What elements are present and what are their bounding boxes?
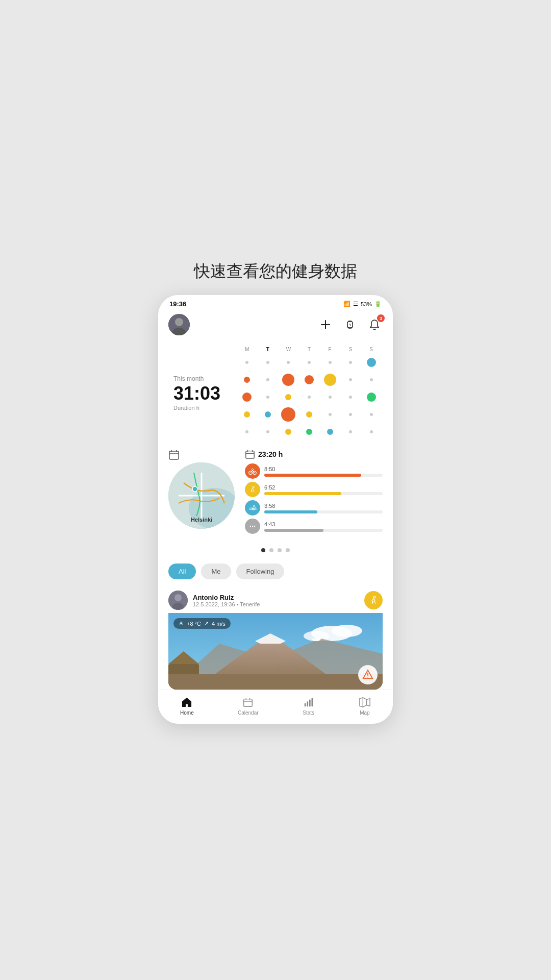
add-button[interactable] [317, 316, 334, 333]
svg-point-32 [254, 526, 255, 527]
svg-point-29 [254, 505, 255, 507]
day-f: F [323, 347, 337, 352]
nav-home-label: Home [180, 710, 194, 716]
post-card: Antonio Ruiz 12.5.2022, 19:36 • Tenerife [168, 585, 383, 690]
svg-marker-59 [360, 698, 370, 707]
day-t1: T [261, 347, 275, 352]
status-time: 19:36 [169, 300, 186, 308]
svg-point-30 [250, 526, 251, 527]
post-avatar[interactable] [168, 591, 188, 610]
avatar[interactable] [168, 314, 190, 335]
dot-row-2 [236, 373, 383, 387]
nav-map[interactable]: Map [354, 695, 376, 717]
svg-point-36 [373, 596, 375, 598]
map-city-label: Helsinki [191, 517, 212, 523]
page-headline: 快速查看您的健身数据 [194, 260, 357, 283]
stats-icon [303, 696, 315, 708]
svg-rect-58 [311, 698, 313, 707]
dot-row-3 [236, 390, 383, 404]
stats-card: 23:20 h [245, 449, 383, 534]
post-image: ☀ +8 °C ↗ 4 m/s [168, 613, 383, 690]
map-calendar-icon [168, 449, 181, 461]
notification-button[interactable]: 3 [366, 316, 383, 333]
wind-icon: ↗ [204, 620, 209, 627]
page-wrapper: 快速查看您的健身数据 19:36 📶 ☲ 53% 🔋 [138, 245, 413, 735]
post-user: Antonio Ruiz 12.5.2022, 19:36 • Tenerife [168, 591, 260, 610]
bottom-nav: Home Calendar [158, 690, 393, 724]
svg-rect-10 [169, 451, 179, 459]
post-user-info: Antonio Ruiz 12.5.2022, 19:36 • Tenerife [193, 594, 260, 607]
status-bar: 19:36 📶 ☲ 53% 🔋 [158, 295, 393, 311]
carousel-dot-2[interactable] [269, 548, 273, 552]
svg-rect-57 [309, 700, 311, 707]
day-s2: S [364, 347, 379, 352]
cycling-icon [245, 463, 260, 479]
day-s1: S [343, 347, 358, 352]
activity-row-running: 6:52 [245, 482, 383, 497]
map-icon [359, 696, 371, 708]
other-time: 4:43 [264, 521, 383, 527]
svg-point-31 [252, 526, 253, 527]
other-icon [245, 519, 260, 534]
svg-rect-20 [246, 451, 254, 459]
wifi-icon: 📶 [343, 301, 350, 307]
dot-grid: M T W T F S S [236, 347, 383, 439]
map-circle: Helsinki [168, 462, 235, 529]
nav-stats[interactable]: Stats [297, 695, 320, 717]
carousel-dots [168, 541, 383, 559]
stat-label: This month [173, 375, 230, 382]
phone-frame: 19:36 📶 ☲ 53% 🔋 [158, 295, 393, 724]
svg-point-50 [367, 677, 368, 678]
post-sport-icon [364, 591, 383, 609]
day-w: W [281, 347, 295, 352]
map-card: Helsinki [168, 449, 240, 534]
activity-section: Helsinki 23:20 h [168, 444, 383, 541]
cycling-time: 8:50 [264, 466, 383, 472]
weather-temp: +8 °C [187, 621, 201, 627]
carousel-dot-1[interactable] [261, 548, 265, 552]
day-m: M [240, 347, 254, 352]
other-info: 4:43 [264, 521, 383, 532]
activity-rows: 8:50 [245, 463, 383, 534]
signal-icon: ☲ [353, 301, 358, 307]
nav-stats-label: Stats [303, 710, 314, 716]
day-t2: T [302, 347, 316, 352]
swimming-time: 3:58 [264, 503, 383, 509]
carousel-dot-4[interactable] [286, 548, 290, 552]
svg-rect-56 [307, 701, 308, 706]
route-icon-button[interactable] [358, 665, 378, 684]
running-icon [245, 482, 260, 497]
left-stat: This month 31:03 Duration h [168, 347, 230, 439]
post-meta: 12.5.2022, 19:36 • Tenerife [193, 601, 260, 607]
running-time: 6:52 [264, 484, 383, 491]
battery-text: 53% [361, 301, 372, 307]
watch-button[interactable] [342, 316, 358, 333]
sun-icon: ☀ [179, 620, 184, 627]
stat-value: 31:03 [173, 384, 230, 403]
stats-total: 23:20 h [258, 450, 283, 458]
weather-badge: ☀ +8 °C ↗ 4 m/s [173, 618, 231, 629]
tab-following[interactable]: Following [236, 564, 285, 579]
dot-row-4 [236, 407, 383, 422]
tab-all[interactable]: All [168, 564, 196, 579]
svg-point-39 [332, 625, 362, 637]
activity-row-swimming: 3:58 [245, 500, 383, 516]
swimming-icon [245, 500, 260, 516]
svg-rect-47 [168, 674, 383, 690]
nav-map-label: Map [360, 710, 369, 716]
svg-point-19 [192, 486, 197, 492]
feed-tabs: All Me Following [168, 559, 383, 585]
day-labels: M T W T F S S [236, 347, 383, 352]
activity-row-other: 4:43 [245, 519, 383, 534]
tab-me[interactable]: Me [201, 564, 231, 579]
home-icon [181, 696, 193, 708]
dot-row-1 [236, 355, 383, 370]
carousel-dot-3[interactable] [278, 548, 282, 552]
battery-icon: 🔋 [374, 301, 382, 307]
svg-point-28 [253, 486, 254, 488]
svg-rect-51 [244, 699, 253, 707]
nav-calendar[interactable]: Calendar [233, 695, 264, 717]
header-icons: 3 [317, 316, 383, 333]
activity-row-cycling: 8:50 [245, 463, 383, 479]
nav-home[interactable]: Home [175, 695, 199, 717]
